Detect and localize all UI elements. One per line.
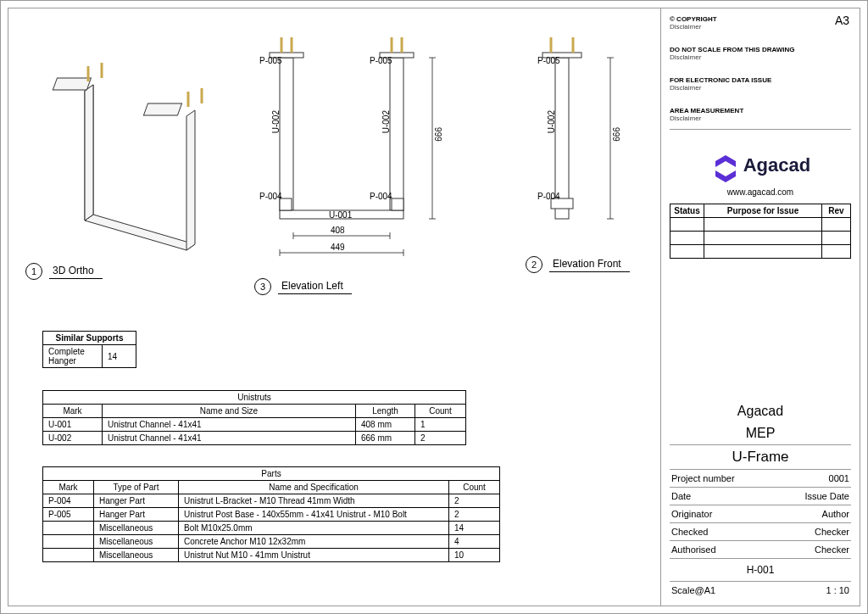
similar-supports-table: Similar Supports Complete Hanger 14 <box>42 331 136 368</box>
table-row: U-002 Unistrut Channel - 41x41 666 mm 2 <box>43 432 466 445</box>
row-authorised: AuthorisedChecker <box>670 541 851 559</box>
label-p004-f: P-004 <box>537 192 560 201</box>
uni-h0: Mark <box>43 405 103 418</box>
view-title-1: 3D Ortho <box>49 265 103 279</box>
svg-marker-41 <box>726 170 736 182</box>
discipline: MEP <box>670 422 851 445</box>
label-u002-l2: U-002 <box>381 110 391 133</box>
label-p005-l1: P-005 <box>259 56 282 65</box>
issue-table: Status Purpose for Issue Rev <box>670 204 851 259</box>
svg-rect-16 <box>392 198 403 210</box>
logo: Agacad <box>670 154 851 184</box>
table-row: P-004Hanger PartUnistrut L-Bracket - M10… <box>43 494 500 508</box>
svg-marker-3 <box>85 85 93 220</box>
logo-url: www.agacad.com <box>670 187 851 197</box>
drawing-frame: 1 3D Ortho <box>8 8 860 606</box>
drawing-title: U-Frame <box>670 445 851 470</box>
label-p005-l2: P-005 <box>370 56 392 65</box>
view-title-3: Elevation Left <box>278 280 352 294</box>
view-label-2: 2 Elevation Front <box>526 256 630 273</box>
view-3d-ortho <box>34 25 220 254</box>
label-p005-f: P-005 <box>537 56 560 65</box>
table-row: P-005Hanger PartUnistrut Post Base - 140… <box>43 508 500 522</box>
issue-h2: Rev <box>822 204 851 218</box>
disclaimer-3: AREA MEASUREMENT Disclaimer <box>670 107 851 130</box>
elev-front-svg <box>509 25 644 254</box>
label-p004-l1: P-004 <box>259 192 282 201</box>
svg-rect-11 <box>390 58 403 210</box>
disclaimer-2: FOR ELECTRONIC DATA ISSUE Disclaimer <box>670 76 851 92</box>
parts-h1: Type of Part <box>94 481 179 494</box>
row-scale: Scale@A11 : 10 <box>670 582 851 599</box>
svg-rect-5 <box>143 103 181 115</box>
table-row: MiscellaneousConcrete Anchor M10 12x32mm… <box>43 535 500 549</box>
svg-marker-39 <box>715 155 726 167</box>
dim-666-front: 666 <box>612 127 621 142</box>
view-num-1: 1 <box>25 263 42 280</box>
label-u002-l1: U-002 <box>271 110 281 133</box>
parts-table: Parts Mark Type of Part Name and Specifi… <box>42 466 500 562</box>
label-u002-f: U-002 <box>547 110 556 133</box>
agacad-logo-icon <box>710 154 741 184</box>
svg-marker-2 <box>186 110 195 250</box>
view-num-3: 3 <box>254 278 271 295</box>
logo-text: Agacad <box>743 154 810 176</box>
table-row <box>670 218 851 232</box>
similar-supports-count: 14 <box>103 345 136 368</box>
view-label-1: 1 3D Ortho <box>25 263 103 280</box>
issue-h1: Purpose for Issue <box>704 204 822 218</box>
row-originator: OriginatorAuthor <box>670 505 851 523</box>
similar-supports-title: Similar Supports <box>43 332 136 345</box>
svg-marker-0 <box>85 215 195 250</box>
row-project: Project number0001 <box>670 470 851 488</box>
view-label-3: 3 Elevation Left <box>254 278 352 295</box>
label-p004-l2: P-004 <box>370 192 392 201</box>
title-block-panel: A3 © COPYRIGHT Disclaimer DO NOT SCALE F… <box>660 8 860 606</box>
unistruts-title: Unistruts <box>43 391 466 405</box>
issue-h0: Status <box>670 204 704 218</box>
dim-449: 449 <box>331 243 345 252</box>
view-title-2: Elevation Front <box>549 258 630 272</box>
parts-title: Parts <box>43 467 500 481</box>
uni-h2: Length <box>356 405 415 418</box>
table-row <box>670 232 851 245</box>
disclaimer-1: DO NOT SCALE FROM THIS DRAWING Disclaime… <box>670 46 851 61</box>
uni-h1: Name and Size <box>103 405 356 418</box>
unistruts-table: Unistruts Mark Name and Size Length Coun… <box>42 390 466 445</box>
row-checked: CheckedChecker <box>670 523 851 541</box>
view-elevation-front: P-005 U-002 P-004 666 <box>509 25 644 254</box>
uni-h3: Count <box>415 405 466 418</box>
svg-rect-4 <box>53 78 91 90</box>
copyright-title: © COPYRIGHT <box>670 15 851 23</box>
parts-h0: Mark <box>43 481 94 494</box>
dim-666-left: 666 <box>434 127 443 142</box>
sheet-size: A3 <box>835 14 849 27</box>
sheet-number: H-001 <box>670 559 851 582</box>
svg-marker-38 <box>726 155 736 167</box>
svg-rect-10 <box>280 58 293 210</box>
copyright-block: © COPYRIGHT Disclaimer <box>670 15 851 31</box>
similar-supports-label: Complete Hanger <box>43 345 103 368</box>
table-row: MiscellaneousBolt M10x25.0mm14 <box>43 522 500 535</box>
table-row: MiscellaneousUnistrut Nut M10 - 41mm Uni… <box>43 549 500 562</box>
table-row <box>670 245 851 259</box>
copyright-text: Disclaimer <box>670 23 851 31</box>
row-date: DateIssue Date <box>670 488 851 505</box>
label-u001: U-001 <box>329 210 352 220</box>
parts-h2: Name and Specification <box>179 481 449 494</box>
ortho-svg <box>34 25 220 254</box>
drawing-area: 1 3D Ortho <box>8 8 653 606</box>
drawing-sheet: 1 3D Ortho <box>0 0 868 614</box>
dim-408: 408 <box>331 226 345 235</box>
svg-marker-40 <box>715 170 726 182</box>
parts-h3: Count <box>449 481 500 494</box>
view-elevation-left: P-005 P-005 P-004 P-004 U-002 U-002 U-00… <box>246 25 466 271</box>
table-row: U-001 Unistrut Channel - 41x41 408 mm 1 <box>43 418 466 432</box>
view-num-2: 2 <box>526 256 542 273</box>
client-name: Agacad <box>670 400 851 422</box>
